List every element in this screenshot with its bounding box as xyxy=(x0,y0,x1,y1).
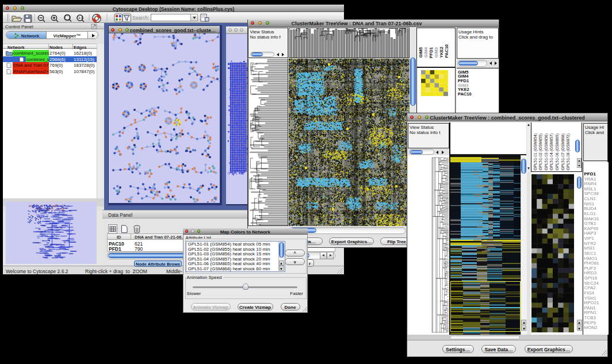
svg-text:1:1: 1:1 xyxy=(78,16,83,20)
